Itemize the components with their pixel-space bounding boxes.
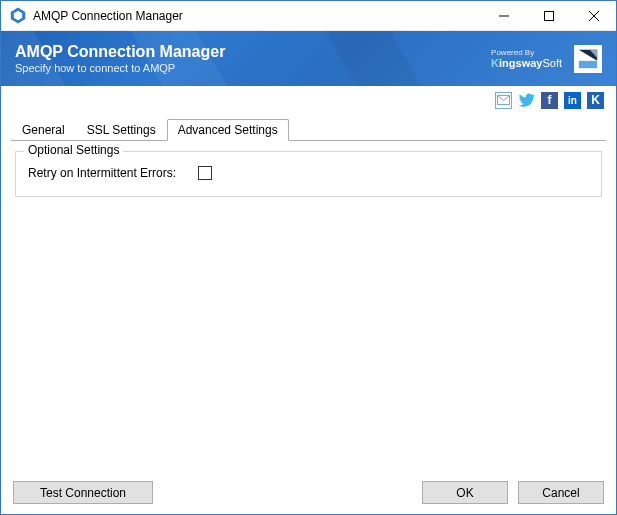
retry-checkbox[interactable]: [198, 166, 212, 180]
tab-strip: General SSL Settings Advanced Settings: [1, 118, 616, 140]
maximize-button[interactable]: [526, 1, 571, 30]
optional-settings-group: Optional Settings Retry on Intermittent …: [15, 151, 602, 197]
svg-marker-6: [579, 60, 597, 67]
app-icon: [9, 7, 27, 25]
minimize-button[interactable]: [481, 1, 526, 30]
tab-content: Optional Settings Retry on Intermittent …: [1, 141, 616, 473]
facebook-icon[interactable]: f: [541, 92, 558, 109]
footer: Test Connection OK Cancel: [1, 473, 616, 514]
kingswaysoft-icon[interactable]: K: [587, 92, 604, 109]
ok-button[interactable]: OK: [422, 481, 508, 504]
maximize-icon: [544, 11, 554, 21]
email-icon[interactable]: [495, 92, 512, 109]
test-connection-button[interactable]: Test Connection: [13, 481, 153, 504]
tab-ssl-settings[interactable]: SSL Settings: [76, 119, 167, 141]
brand-logo-icon: [574, 45, 602, 73]
close-icon: [589, 11, 599, 21]
brand-kingswaysoft: Powered By KKingswaySoftingswaySoft: [491, 49, 562, 69]
tab-general[interactable]: General: [11, 119, 76, 141]
cancel-button[interactable]: Cancel: [518, 481, 604, 504]
retry-label: Retry on Intermittent Errors:: [28, 166, 198, 180]
banner-subtitle: Specify how to connect to AMQP: [15, 62, 491, 74]
tab-advanced-settings[interactable]: Advanced Settings: [167, 119, 289, 141]
close-button[interactable]: [571, 1, 616, 30]
banner-text: AMQP Connection Manager Specify how to c…: [15, 43, 491, 75]
optional-settings-legend: Optional Settings: [24, 143, 123, 157]
banner: AMQP Connection Manager Specify how to c…: [1, 31, 616, 86]
window-title: AMQP Connection Manager: [33, 9, 481, 23]
svg-rect-1: [544, 11, 553, 20]
social-bar: f in K: [1, 86, 616, 114]
powered-by-label: Powered By: [491, 49, 534, 57]
brand-area: Powered By KKingswaySoftingswaySoft: [491, 45, 602, 73]
titlebar: AMQP Connection Manager: [1, 1, 616, 31]
retry-row: Retry on Intermittent Errors:: [28, 166, 589, 180]
linkedin-icon[interactable]: in: [564, 92, 581, 109]
banner-title: AMQP Connection Manager: [15, 43, 491, 61]
brand-name: KKingswaySoftingswaySoft: [491, 58, 562, 69]
twitter-icon[interactable]: [518, 92, 535, 109]
window-controls: [481, 1, 616, 30]
minimize-icon: [499, 11, 509, 21]
